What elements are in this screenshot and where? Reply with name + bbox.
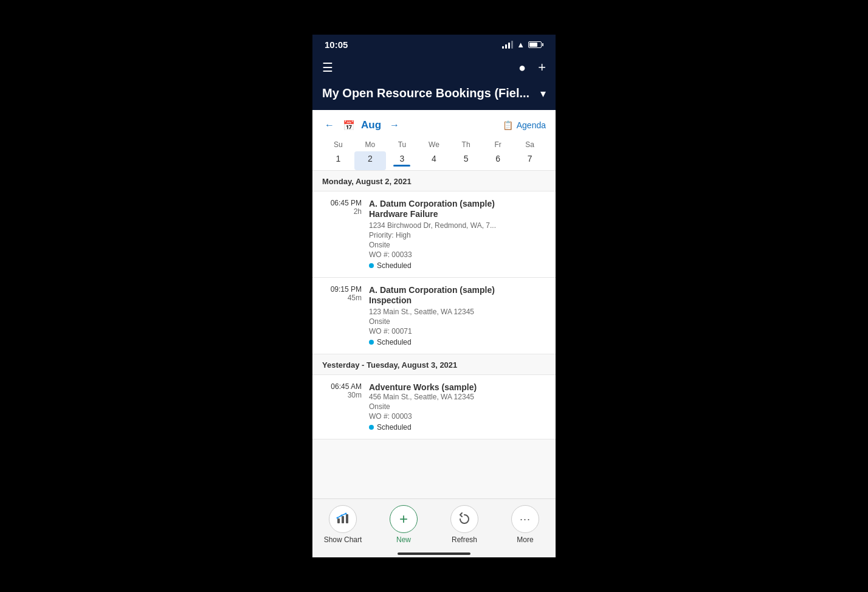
- day-mo: Mo: [354, 140, 387, 151]
- home-bar: [398, 552, 470, 555]
- svg-point-4: [341, 515, 343, 517]
- booking-time-2: 09:15 PM 45m: [322, 285, 362, 346]
- booking-address-1: 1234 Birchwood Dr, Redmond, WA, 7...: [369, 221, 546, 230]
- agenda-icon: 📋: [503, 120, 513, 130]
- header-left-icons: ☰: [322, 60, 333, 75]
- refresh-icon: [450, 505, 478, 533]
- date-5[interactable]: 5: [450, 151, 482, 170]
- search-icon[interactable]: ●: [518, 61, 526, 75]
- agenda-button[interactable]: 📋 Agenda: [503, 120, 546, 130]
- date-7[interactable]: 7: [514, 151, 546, 170]
- month-nav: ← 📅 Aug →: [322, 117, 402, 133]
- calendar-icon: 📅: [343, 120, 355, 131]
- time-text-1: 06:45 PM: [322, 199, 362, 207]
- booking-type-3: Onsite: [369, 402, 546, 411]
- booking-priority-1: Priority: High: [369, 231, 546, 239]
- status-bar: 10:05 ▲: [312, 35, 556, 53]
- time-display: 10:05: [325, 40, 348, 50]
- wifi-icon: ▲: [517, 40, 525, 49]
- booking-status-1: Scheduled: [369, 261, 546, 270]
- booking-company-2: A. Datum Corporation (sample): [369, 285, 546, 295]
- status-label-3: Scheduled: [377, 423, 412, 432]
- more-label: More: [517, 535, 533, 544]
- svg-rect-1: [342, 516, 344, 523]
- status-label-1: Scheduled: [377, 261, 412, 270]
- calendar-section: ← 📅 Aug → 📋 Agenda Su Mo Tu We Th Fr Sa …: [312, 110, 556, 171]
- date-1[interactable]: 1: [322, 151, 354, 170]
- app-header: ☰ ● +: [312, 53, 556, 84]
- month-label: Aug: [361, 119, 381, 131]
- time-text-2: 09:15 PM: [322, 285, 362, 294]
- bookings-list: Monday, August 2, 2021 06:45 PM 2h A. Da…: [312, 171, 556, 498]
- booking-type-1: Onsite: [369, 241, 546, 249]
- date-4[interactable]: 4: [418, 151, 450, 170]
- signal-icon: [502, 41, 513, 49]
- header-right-icons: ● +: [518, 60, 546, 75]
- home-indicator: [312, 548, 556, 557]
- booking-title-2: Inspection: [369, 295, 546, 305]
- booking-wo-3: WO #: 00003: [369, 412, 546, 421]
- prev-month-button[interactable]: ←: [322, 117, 337, 133]
- booking-time-1: 06:45 PM 2h: [322, 199, 362, 270]
- svg-rect-2: [346, 514, 348, 523]
- booking-item[interactable]: 06:45 PM 2h A. Datum Corporation (sample…: [312, 191, 556, 278]
- booking-item[interactable]: 09:15 PM 45m A. Datum Corporation (sampl…: [312, 278, 556, 354]
- status-dot-3: [369, 425, 374, 430]
- next-month-button[interactable]: →: [387, 117, 402, 133]
- week-days-header: Su Mo Tu We Th Fr Sa: [322, 140, 546, 151]
- day-su: Su: [322, 140, 354, 151]
- more-icon: ···: [511, 505, 539, 533]
- phone-frame: 10:05 ▲ ☰ ● + My Ope: [312, 35, 556, 557]
- new-icon: +: [390, 505, 418, 533]
- agenda-label: Agenda: [517, 120, 546, 130]
- status-label-2: Scheduled: [377, 338, 412, 346]
- title-chevron-icon[interactable]: ▾: [540, 87, 546, 100]
- time-text-3: 06:45 AM: [322, 382, 362, 391]
- date-group-header-1: Monday, August 2, 2021: [312, 171, 556, 191]
- svg-point-3: [337, 517, 339, 519]
- refresh-label: Refresh: [452, 535, 477, 544]
- bottom-toolbar: Show Chart + New Refresh ··· More: [312, 498, 556, 548]
- show-chart-icon: [329, 505, 357, 533]
- booking-address-2: 123 Main St., Seattle, WA 12345: [369, 308, 546, 316]
- date-group-header-2: Yesterday - Tuesday, August 3, 2021: [312, 354, 556, 375]
- booking-wo-2: WO #: 00071: [369, 327, 546, 336]
- refresh-button[interactable]: Refresh: [434, 505, 495, 544]
- new-label: New: [396, 535, 411, 544]
- booking-title-1: Hardware Failure: [369, 209, 546, 219]
- booking-address-3: 456 Main St., Seattle, WA 12345: [369, 393, 546, 401]
- page-title: My Open Resource Bookings (Fiel...: [322, 86, 529, 100]
- status-icons: ▲: [502, 40, 543, 49]
- booking-status-3: Scheduled: [369, 423, 546, 432]
- booking-type-2: Onsite: [369, 317, 546, 326]
- booking-wo-1: WO #: 00033: [369, 250, 546, 259]
- booking-status-2: Scheduled: [369, 338, 546, 346]
- date-6[interactable]: 6: [482, 151, 514, 170]
- week-dates: 1 2 3 4 5 6 7: [322, 151, 546, 170]
- day-fr: Fr: [482, 140, 514, 151]
- day-th: Th: [450, 140, 482, 151]
- calendar-nav: ← 📅 Aug → 📋 Agenda: [322, 117, 546, 133]
- new-button[interactable]: + New: [373, 505, 434, 544]
- svg-point-5: [345, 513, 347, 515]
- booking-details-3: Adventure Works (sample) 456 Main St., S…: [369, 382, 546, 432]
- more-button[interactable]: ··· More: [495, 505, 556, 544]
- booking-company-1: A. Datum Corporation (sample): [369, 199, 546, 208]
- day-we: We: [418, 140, 450, 151]
- svg-rect-0: [337, 518, 340, 523]
- booking-company-3: Adventure Works (sample): [369, 382, 546, 392]
- title-bar[interactable]: My Open Resource Bookings (Fiel... ▾: [312, 84, 556, 110]
- battery-icon: [528, 41, 543, 48]
- show-chart-label: Show Chart: [324, 535, 362, 544]
- menu-icon[interactable]: ☰: [322, 60, 333, 75]
- show-chart-button[interactable]: Show Chart: [312, 505, 373, 544]
- status-dot-1: [369, 263, 374, 268]
- booking-item[interactable]: 06:45 AM 30m Adventure Works (sample) 45…: [312, 375, 556, 439]
- status-dot-2: [369, 340, 374, 345]
- date-3[interactable]: 3: [386, 151, 418, 170]
- date-2[interactable]: 2: [354, 151, 387, 170]
- booking-details-2: A. Datum Corporation (sample) Inspection…: [369, 285, 546, 346]
- add-icon[interactable]: +: [538, 60, 546, 75]
- day-tu: Tu: [386, 140, 418, 151]
- duration-text-3: 30m: [322, 391, 362, 399]
